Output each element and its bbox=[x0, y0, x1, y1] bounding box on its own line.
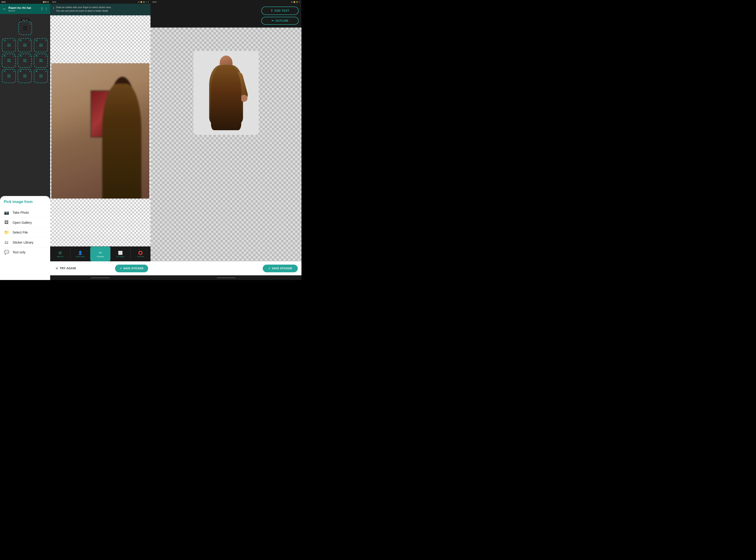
battery-status-icon: 🔋 bbox=[143, 1, 145, 3]
info-text-block: Draw an outline with your finger to sele… bbox=[56, 6, 111, 13]
pick-option-take-photo[interactable]: 📷 Take Photo bbox=[4, 208, 46, 218]
panel-mid: 18:04 📷 📶 🔋 ✕ ● ℹ Draw an outline with y… bbox=[50, 0, 151, 280]
tool-smart-select[interactable]: 👤 Smart select bbox=[70, 247, 90, 261]
close-x-icon: ✕ bbox=[55, 266, 58, 271]
sticker-library-label: Sticker Library bbox=[13, 241, 33, 244]
status-icons-right: 📷 📶 🔋 ● bbox=[291, 1, 300, 3]
close-status-icon: ✕ bbox=[145, 1, 147, 3]
pick-option-text-only[interactable]: 💬 Text only bbox=[4, 247, 46, 257]
right-top-buttons: T ADD TEXT ✏ OUTLINE bbox=[151, 4, 301, 27]
tool-freehand[interactable]: ✂ Freehand bbox=[90, 247, 110, 261]
select-all-icon: ⊞ bbox=[59, 251, 62, 255]
home-bar-line-right bbox=[217, 277, 235, 278]
add-main-icon: + bbox=[29, 23, 31, 25]
signal-icon: 📶 bbox=[43, 1, 44, 3]
save-sticker-button-mid[interactable]: ✓ SAVE STICKER bbox=[115, 265, 148, 272]
more-icon[interactable]: ⋮ bbox=[44, 7, 48, 11]
save-sticker-button-right[interactable]: ✓ SAVE STICKER bbox=[263, 265, 298, 272]
sticker-slot-6[interactable]: 6 🖼 + bbox=[34, 54, 48, 68]
smart-select-label: Smart select bbox=[76, 256, 85, 257]
camera-icon: 📷 bbox=[4, 210, 9, 215]
select-file-label: Select File bbox=[13, 231, 28, 234]
pick-option-file[interactable]: 📁 Select File bbox=[4, 227, 46, 238]
blur-overlay bbox=[51, 63, 149, 199]
select-all-label: select all bbox=[57, 256, 63, 257]
tray-icon-tooltip: tray icon bbox=[21, 19, 29, 21]
sticker-slot-4[interactable]: 4 🖼 + bbox=[2, 54, 16, 68]
cut-circle-icon: ⭕ bbox=[138, 251, 143, 255]
photo-status-icon: 📷 bbox=[138, 1, 140, 3]
cut-circle-label: Cut circle bbox=[137, 256, 144, 257]
pick-option-sticker-library[interactable]: 🗂 Sticker Library bbox=[4, 238, 46, 247]
home-bar-mid bbox=[50, 275, 151, 280]
status-time-right: 18:04 bbox=[152, 1, 157, 3]
pick-image-title: Pick image from bbox=[4, 200, 46, 204]
image-canvas-area[interactable] bbox=[50, 15, 151, 246]
wifi-icon: 📡 bbox=[45, 1, 47, 3]
sticker-slot-5[interactable]: 5 🖼 + bbox=[18, 54, 32, 68]
open-gallery-label: Open Gallery bbox=[13, 221, 32, 224]
checkmark-icon-right: ✓ bbox=[268, 267, 271, 270]
sticker-slot-9[interactable]: 9 🖼 + bbox=[34, 69, 48, 83]
header-action-icons: ⤴ ⋮ bbox=[41, 7, 48, 11]
right-bottom: ✓ SAVE STICKER bbox=[151, 261, 301, 275]
info-text-line2: You can use pinch-to-zoom to draw in bet… bbox=[56, 9, 111, 13]
text-only-label: Text only bbox=[13, 251, 25, 254]
pick-option-gallery[interactable]: 🖼 Open Gallery bbox=[4, 218, 46, 227]
add-image-icon-9: 🖼 bbox=[39, 74, 42, 78]
sticker-slot-2[interactable]: 2 🖼 + bbox=[18, 38, 32, 52]
add-image-icon-1: 🖼 bbox=[7, 43, 11, 47]
share-icon[interactable]: ⤴ bbox=[41, 7, 43, 11]
add-text-button[interactable]: T ADD TEXT bbox=[261, 6, 299, 15]
sticker-body bbox=[211, 65, 241, 130]
sticker-slot-1[interactable]: 1 🖼 + bbox=[2, 38, 16, 52]
status-icons-mid: 📷 📶 🔋 ✕ ● bbox=[138, 1, 148, 3]
try-again-label: TRY AGAIN bbox=[60, 267, 76, 270]
battery-status-right: 🔋 bbox=[296, 1, 298, 3]
panel-right: 18:04 📷 📶 🔋 ● T ADD TEXT ✏ OUTLINE bbox=[151, 0, 301, 280]
sticker-slots-grid: 1 🖼 + 2 🖼 + 3 🖼 + 4 🖼 + 5 🖼 bbox=[2, 38, 48, 83]
status-bar-mid: 18:04 📷 📶 🔋 ✕ ● bbox=[50, 0, 151, 4]
home-bar-line-mid bbox=[91, 277, 110, 278]
text-t-icon: T bbox=[271, 9, 273, 13]
panel-left: 18:04 📶 📡 🔋 ← Pawri ho rhi hai ak1411 ⤴ … bbox=[0, 0, 50, 280]
bottom-actions: ✕ TRY AGAIN ✓ SAVE STICKER bbox=[50, 261, 151, 275]
sticker-slot-7[interactable]: 7 🖼 + bbox=[2, 69, 16, 83]
tool-cut-circle[interactable]: ⭕ Cut circle bbox=[131, 247, 151, 261]
add-image-icon-8: 🖼 bbox=[23, 74, 26, 78]
tray-main-slot[interactable]: + bbox=[18, 21, 32, 35]
sticker-card bbox=[194, 51, 259, 135]
sticker-slot-3[interactable]: 3 🖼 + bbox=[34, 38, 48, 52]
cut-square-label: Cut square bbox=[116, 256, 124, 257]
pencil-icon: ✏ bbox=[272, 19, 274, 22]
header-title-wrap: Pawri ho rhi hai ak1411 bbox=[8, 6, 39, 12]
add-image-icon-2: 🖼 bbox=[23, 43, 26, 47]
checkmark-icon: ✓ bbox=[120, 267, 122, 270]
file-icon: 📁 bbox=[4, 230, 9, 235]
signal-status-right: 📶 bbox=[294, 1, 295, 3]
photo-status-right: 📷 bbox=[291, 1, 293, 3]
save-sticker-label-mid: SAVE STICKER bbox=[123, 267, 143, 270]
try-again-button[interactable]: ✕ TRY AGAIN bbox=[53, 264, 79, 273]
dot-status-right: ● bbox=[299, 1, 300, 3]
tool-select-all[interactable]: ⊞ select all bbox=[50, 247, 70, 261]
status-icons-left: 📶 📡 🔋 bbox=[43, 1, 49, 3]
battery-icon: 🔋 bbox=[47, 1, 49, 3]
add-image-icon-3: 🖼 bbox=[39, 43, 42, 47]
take-photo-label: Take Photo bbox=[13, 211, 29, 215]
signal-status-icon: 📶 bbox=[140, 1, 142, 3]
photo-canvas[interactable] bbox=[51, 63, 149, 199]
tool-cut-square[interactable]: ⬜ Cut square bbox=[111, 247, 131, 261]
bottom-sheet: Pick image from 📷 Take Photo 🖼 Open Gall… bbox=[0, 196, 50, 280]
outline-button[interactable]: ✏ OUTLINE bbox=[261, 17, 299, 25]
app-header: ← Pawri ho rhi hai ak1411 ⤴ ⋮ bbox=[0, 4, 50, 14]
add-text-label: ADD TEXT bbox=[274, 9, 289, 12]
sticker-slot-8[interactable]: 8 🖼 + bbox=[18, 69, 32, 83]
smart-select-icon: 👤 bbox=[78, 251, 83, 255]
info-banner: ℹ Draw an outline with your finger to se… bbox=[50, 4, 151, 15]
cut-square-icon: ⬜ bbox=[118, 251, 123, 255]
back-button[interactable]: ← bbox=[2, 6, 6, 12]
chat-subtitle: ak1411 bbox=[8, 9, 39, 12]
sticker-preview-area bbox=[151, 27, 301, 261]
freehand-icon: ✂ bbox=[99, 251, 102, 255]
